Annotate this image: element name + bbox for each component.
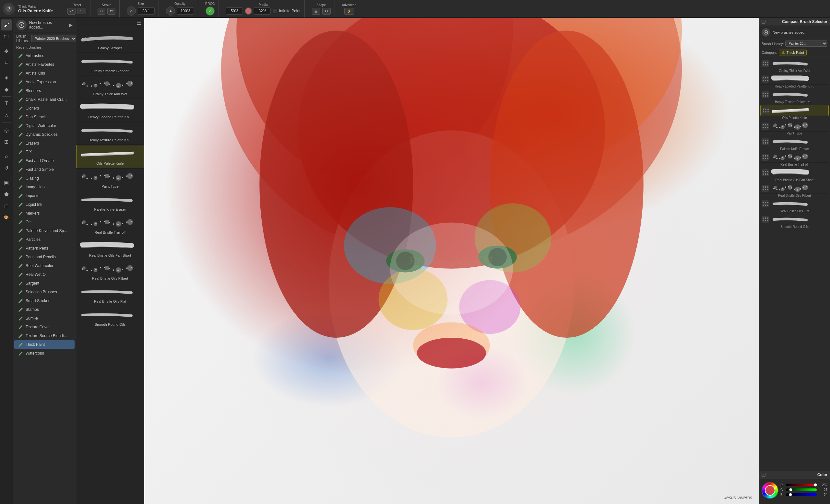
brush-variant-item[interactable]: Heavy Texture Palette Kn... <box>76 122 144 145</box>
brush-list-item[interactable]: Real Watercolor <box>14 262 74 270</box>
brush-variant-item[interactable]: Smooth Round Oils <box>76 306 144 329</box>
brush-variant-item[interactable]: Real Bristle Trail-off <box>76 214 144 237</box>
size-value[interactable]: 33.1 <box>138 7 155 14</box>
color-wheel[interactable] <box>762 482 778 499</box>
brush-variant-item[interactable]: Grainy Thick And Wet <box>76 76 144 99</box>
brush-variant-item[interactable]: Grainy Scraper <box>76 30 144 53</box>
compact-brush-row[interactable] <box>760 58 829 69</box>
brush-list-item[interactable]: Blenders <box>14 87 74 95</box>
brush-list-item[interactable]: Artists' Oils <box>14 69 74 77</box>
compact-brush-row[interactable] <box>760 199 829 209</box>
compact-library-select[interactable]: Painter 20... <box>785 40 827 47</box>
brush-variant-item[interactable]: Real Bristle Oils Filbert <box>76 260 144 283</box>
brush-list-item[interactable]: Palette Knives and Sp... <box>14 227 74 235</box>
brush-list-item[interactable]: Digital Watercolor <box>14 122 74 130</box>
compact-brush-row[interactable] <box>760 214 829 225</box>
brush-list-item[interactable]: F-X <box>14 148 74 156</box>
stroke-btn1[interactable]: ⟨⟩ <box>98 8 105 14</box>
brush-list-item[interactable]: Watercolor <box>14 349 74 358</box>
brush-list-item[interactable]: Airbrushes <box>14 52 74 60</box>
shape-btn2[interactable]: ⚙ <box>322 8 331 14</box>
media-value[interactable]: 50% <box>226 7 243 14</box>
color-panel-checkbox[interactable] <box>762 473 765 477</box>
layer-tool[interactable]: ⊞ <box>1 136 12 147</box>
mixer-tool[interactable]: ⬟ <box>1 189 12 200</box>
brush-list-item[interactable]: Selection Brushes <box>14 288 74 296</box>
brush-list-item[interactable]: Sumi-e <box>14 314 74 323</box>
brush-variant-item[interactable]: Oils Palette Knife <box>76 145 144 168</box>
crop-tool[interactable]: ⌗ <box>1 57 12 68</box>
eraser-tool[interactable]: ◻ <box>1 200 12 211</box>
brush-list-item[interactable]: Markers <box>14 209 74 217</box>
brush-list-item[interactable]: Pattern Pens <box>14 244 74 253</box>
brush-list-item[interactable]: Real Wet Oil <box>14 270 74 279</box>
brush-tool[interactable]: 🖌 <box>1 20 12 30</box>
text-tool[interactable]: T <box>1 98 12 109</box>
brush-list-item[interactable]: Dynamic Speckles <box>14 130 74 139</box>
panel-menu-icon[interactable]: ☰ <box>137 20 141 26</box>
stroke-icon[interactable]: 〰 <box>77 8 86 14</box>
brush-list-item[interactable]: Pens and Pencils <box>14 253 74 261</box>
color-tool[interactable]: 🎨 <box>1 212 12 223</box>
compact-brush-row[interactable] <box>760 183 829 194</box>
brush-variant-item[interactable]: Real Bristle Oils Fan Short <box>76 237 144 260</box>
brush-list-item[interactable]: Texture Source Blendi... <box>14 332 74 340</box>
compact-brush-row[interactable] <box>760 105 829 116</box>
brush-list-item[interactable]: Artists' Favorites <box>14 60 74 69</box>
brush-variant-item[interactable]: Palette Knife Eraser <box>76 191 144 214</box>
gradient-tool[interactable]: ▣ <box>1 177 12 188</box>
transform-tool[interactable]: ✥ <box>1 46 12 57</box>
compact-brush-row[interactable] <box>760 74 829 85</box>
brush-list-item[interactable]: Oils <box>14 218 74 226</box>
brush-variant-item[interactable]: Paint Tube <box>76 168 144 191</box>
advanced-btn[interactable]: ⚡ <box>344 8 354 14</box>
brush-list-item[interactable]: Smart Strokes <box>14 297 74 305</box>
brush-variant-item[interactable]: Real Bristle Oils Flat <box>76 283 144 306</box>
opacity-value[interactable]: 100% <box>177 7 194 14</box>
brush-list-item[interactable]: Erasers <box>14 139 74 147</box>
compact-brush-row[interactable] <box>760 168 829 178</box>
brush-library-select[interactable]: Painter 2020 Brushes <box>31 35 76 42</box>
b-slider-track[interactable] <box>786 493 817 496</box>
canvas-area[interactable]: RRCG 人人素材 Jesus Viveros <box>144 18 759 504</box>
brush-list-item[interactable]: Particles <box>14 235 74 244</box>
shape-tool[interactable]: △ <box>1 110 12 121</box>
brush-list-item[interactable]: Liquid Ink <box>14 200 74 209</box>
brush-list-item[interactable]: Impasto <box>14 192 74 200</box>
infinite-paint-checkbox[interactable] <box>273 9 277 13</box>
panel-checkbox[interactable] <box>762 20 765 24</box>
zoom-tool[interactable]: ⌕ <box>1 151 12 162</box>
compact-category-badge[interactable]: Thick Paint <box>779 49 807 56</box>
shape-btn1[interactable]: ◎ <box>312 8 320 14</box>
brush-list-item[interactable]: Cloners <box>14 104 74 112</box>
clone-tool[interactable]: ◎ <box>1 125 12 135</box>
brush-list-item[interactable]: Audio Expression <box>14 78 74 86</box>
eyedropper-tool[interactable]: ◈ <box>1 72 12 83</box>
brush-list-item[interactable]: Image Hose <box>14 183 74 191</box>
brush-list-item[interactable]: Stamps <box>14 305 74 314</box>
compact-brush-row[interactable] <box>760 90 829 100</box>
select-tool[interactable]: ⬚ <box>1 31 12 42</box>
g-slider-track[interactable] <box>786 489 817 491</box>
rotate-tool[interactable]: ↺ <box>1 162 12 173</box>
brush-list-item[interactable]: Chalk, Pastel and Cra... <box>14 95 74 104</box>
fill-tool[interactable]: ◆ <box>1 83 12 95</box>
stroke-btn2[interactable]: ✿ <box>107 8 116 14</box>
canvas-painting[interactable]: RRCG 人人素材 Jesus Viveros <box>144 18 759 504</box>
brush-list-item[interactable]: Fast and Simple <box>14 165 74 174</box>
svg-point-66 <box>105 266 109 270</box>
compact-brush-row[interactable] <box>760 136 829 147</box>
brush-variant-item[interactable]: Grainy Smooth Blender <box>76 53 144 76</box>
compact-brush-row[interactable] <box>760 121 829 132</box>
r-slider-track[interactable] <box>786 483 817 486</box>
compact-brush-row[interactable] <box>760 152 829 163</box>
brush-list-item[interactable]: Thick Paint <box>14 340 74 349</box>
brush-list-item[interactable]: Glazing <box>14 174 74 182</box>
brush-list-item[interactable]: Texture Cover <box>14 323 74 331</box>
reset-button[interactable]: ↩ <box>67 8 75 14</box>
grain-value[interactable]: 82% <box>254 7 271 14</box>
brush-variant-item[interactable]: Heavy Loaded Palette Kn... <box>76 99 144 122</box>
brush-list-item[interactable]: Sargent <box>14 279 74 288</box>
brush-list-item[interactable]: Fast and Ornate <box>14 157 74 165</box>
brush-list-item[interactable]: Dab Stencils <box>14 113 74 121</box>
